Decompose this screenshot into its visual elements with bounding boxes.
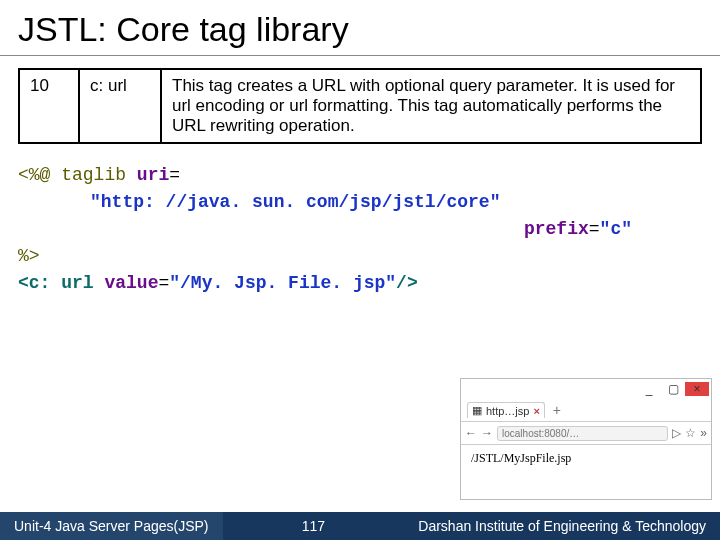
url-bar: ← → localhost:8080/… ▷ ☆ » bbox=[461, 422, 711, 445]
tag-name: c: url bbox=[80, 70, 162, 142]
browser-viewport: /JSTL/MyJspFile.jsp bbox=[461, 445, 711, 472]
window-controls: _ ▢ × bbox=[461, 379, 711, 399]
code-line: prefix="c" bbox=[18, 216, 702, 243]
tab-close-icon[interactable]: × bbox=[533, 405, 539, 417]
equals: = bbox=[589, 219, 600, 239]
equals: = bbox=[158, 273, 169, 293]
page-output: /JSTL/MyJspFile.jsp bbox=[471, 451, 571, 465]
code-line: <c: url value="/My. Jsp. File. jsp"/> bbox=[18, 270, 702, 297]
tag-close: /> bbox=[396, 273, 418, 293]
close-button[interactable]: × bbox=[685, 382, 709, 396]
attr-uri: uri bbox=[137, 165, 169, 185]
minimize-button[interactable]: _ bbox=[637, 382, 661, 396]
directive-open: <%@ bbox=[18, 165, 61, 185]
overflow-icon[interactable]: » bbox=[700, 426, 707, 440]
maximize-button[interactable]: ▢ bbox=[661, 382, 685, 396]
back-button[interactable]: ← bbox=[465, 426, 477, 440]
footer-unit: Unit-4 Java Server Pages(JSP) bbox=[0, 512, 223, 540]
forward-button[interactable]: → bbox=[481, 426, 493, 440]
footer-mid: 117 bbox=[223, 518, 405, 534]
directive-name: taglib bbox=[61, 165, 137, 185]
new-tab-button[interactable]: + bbox=[553, 402, 561, 418]
browser-tab[interactable]: ▦ http…jsp × bbox=[467, 402, 545, 418]
address-input[interactable]: localhost:8080/… bbox=[497, 426, 668, 441]
tab-label: http…jsp bbox=[486, 405, 529, 417]
tag-open: < bbox=[18, 273, 29, 293]
bookmark-icon[interactable]: ☆ bbox=[685, 426, 696, 440]
attr-prefix: prefix bbox=[524, 219, 589, 239]
slide: JSTL: Core tag library 10 c: url This ta… bbox=[0, 0, 720, 540]
tab-bar: ▦ http…jsp × + bbox=[461, 399, 711, 422]
tag-curl: c: url bbox=[29, 273, 105, 293]
slide-title: JSTL: Core tag library bbox=[0, 0, 720, 56]
slide-footer: Unit-4 Java Server Pages(JSP) 117 Darsha… bbox=[0, 512, 720, 540]
page-number: 117 bbox=[294, 518, 333, 534]
code-line: "http: //java. sun. com/jsp/jstl/core" bbox=[18, 189, 702, 216]
value-str: "/My. Jsp. File. jsp" bbox=[169, 273, 396, 293]
uri-value: "http: //java. sun. com/jsp/jstl/core" bbox=[90, 192, 500, 212]
directive-close: %> bbox=[18, 246, 40, 266]
tag-table: 10 c: url This tag creates a URL with op… bbox=[18, 68, 702, 144]
attr-value: value bbox=[104, 273, 158, 293]
tag-number: 10 bbox=[20, 70, 80, 142]
prefix-value: "c" bbox=[600, 219, 632, 239]
code-line: %> bbox=[18, 243, 702, 270]
tag-desc: This tag creates a URL with optional que… bbox=[162, 70, 700, 142]
code-block: <%@ taglib uri= "http: //java. sun. com/… bbox=[18, 162, 702, 297]
tab-favicon-icon: ▦ bbox=[472, 404, 482, 417]
code-line: <%@ taglib uri= bbox=[18, 162, 702, 189]
equals: = bbox=[169, 165, 180, 185]
browser-window: _ ▢ × ▦ http…jsp × + ← → localhost:8080/… bbox=[460, 378, 712, 500]
go-button[interactable]: ▷ bbox=[672, 426, 681, 440]
footer-institute: Darshan Institute of Engineering & Techn… bbox=[404, 518, 720, 534]
